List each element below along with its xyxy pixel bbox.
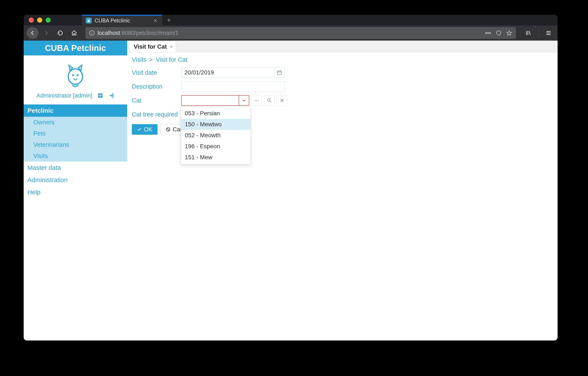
sidebar-item-help[interactable]: Help — [24, 186, 127, 198]
tab-title: CUBA Petclinic — [94, 18, 130, 24]
page-body: Visits > Visit for Cat Visit date Descri… — [127, 53, 557, 137]
svg-line-28 — [167, 128, 169, 131]
workspace-tab-visit[interactable]: Visit for Cat × — [129, 41, 176, 52]
svg-rect-15 — [101, 96, 102, 98]
reader-shield-icon[interactable] — [496, 30, 502, 36]
svg-point-21 — [256, 100, 257, 101]
library-icon[interactable] — [522, 27, 535, 39]
svg-rect-16 — [277, 71, 282, 74]
svg-point-9 — [68, 69, 83, 84]
breadcrumb-root[interactable]: Visits — [132, 56, 146, 63]
sidebar-menu: Petclinic Owners Pets Veterinarians Visi… — [24, 104, 127, 198]
sidebar-item-visits[interactable]: Visits — [24, 150, 127, 162]
window-controls — [27, 18, 54, 23]
svg-point-11 — [77, 74, 79, 76]
svg-point-10 — [72, 74, 74, 76]
bookmark-star-icon[interactable] — [506, 30, 512, 36]
visit-date-input[interactable] — [181, 67, 274, 78]
breadcrumb: Visits > Visit for Cat — [132, 55, 553, 67]
mascot-icon — [62, 60, 89, 88]
forward-button[interactable] — [40, 27, 52, 39]
logout-icon[interactable] — [108, 93, 114, 99]
workspace-tab-close-icon[interactable]: × — [170, 44, 173, 50]
svg-point-22 — [258, 100, 259, 101]
workspace-tab-label: Visit for Cat — [134, 43, 167, 50]
app-viewport: CUBA Petclinic Administrator [admin] — [24, 41, 557, 341]
cat-dropdown: 053 - Persian 150 - Mewtwo 052 - Meowth … — [181, 106, 251, 164]
label-description: Description — [132, 83, 181, 90]
svg-rect-12 — [98, 93, 100, 95]
sidebar: CUBA Petclinic Administrator [admin] — [24, 41, 127, 341]
window-maximize-button[interactable] — [46, 18, 51, 23]
check-icon — [137, 127, 142, 132]
breadcrumb-current: Visit for Cat — [156, 56, 187, 63]
sidebar-item-veterinarians[interactable]: Veterinarians — [24, 139, 127, 150]
dropdown-option[interactable]: 052 - Meowth — [181, 130, 250, 141]
sidebar-item-owners[interactable]: Owners — [24, 117, 127, 128]
svg-rect-13 — [101, 93, 102, 95]
new-tab-button[interactable]: + — [162, 16, 176, 24]
breadcrumb-sep: > — [148, 56, 154, 63]
workspace-tabs: Visit for Cat × — [127, 41, 557, 53]
row-visit-date: Visit date — [132, 67, 553, 78]
user-name[interactable]: Administrator [admin] — [37, 92, 93, 99]
tab-close-icon[interactable]: × — [152, 17, 158, 24]
row-description: Description — [132, 81, 553, 92]
hamburger-menu-icon[interactable] — [542, 27, 555, 39]
cat-input[interactable] — [181, 95, 239, 106]
dropdown-option[interactable]: 150 - Mewtwo — [181, 119, 250, 130]
description-input[interactable] — [181, 81, 285, 92]
svg-line-24 — [270, 101, 271, 102]
cat-combobox — [181, 95, 249, 106]
window-close-button[interactable] — [29, 18, 34, 23]
calendar-icon[interactable] — [274, 67, 285, 78]
browser-tab[interactable]: CUBA Petclinic × — [82, 15, 162, 25]
back-button[interactable] — [27, 27, 38, 39]
sidebar-item-master-data[interactable]: Master data — [24, 162, 127, 174]
clear-icon[interactable] — [277, 95, 287, 106]
dropdown-option[interactable]: 053 - Persian — [181, 108, 250, 119]
row-cat: Cat — [132, 95, 553, 106]
app-brand: CUBA Petclinic — [24, 41, 127, 55]
label-cat: Cat — [132, 97, 181, 104]
label-visit-date: Visit date — [132, 69, 181, 76]
url-text: localhost:8080/petclinic/#main/1 — [98, 30, 178, 36]
home-button[interactable] — [68, 27, 80, 39]
browser-window: CUBA Petclinic × + localhost:8080/petcli… — [24, 15, 557, 341]
ok-button-label: OK — [144, 126, 152, 133]
main-area: Visit for Cat × Visits > Visit for Cat V… — [127, 41, 557, 341]
window-minimize-button[interactable] — [37, 18, 42, 23]
svg-line-5 — [529, 31, 530, 35]
svg-point-20 — [255, 100, 256, 101]
sidebar-item-petclinic[interactable]: Petclinic — [24, 104, 127, 117]
ok-button[interactable]: OK — [132, 124, 158, 135]
site-info-icon[interactable] — [89, 30, 94, 36]
page-actions-icon[interactable]: ••• — [485, 30, 491, 36]
search-icon[interactable] — [264, 95, 274, 106]
sidebar-item-administration[interactable]: Administration — [24, 174, 127, 186]
ellipsis-icon[interactable] — [251, 95, 262, 106]
dropdown-option[interactable]: 151 - Mew — [181, 152, 250, 163]
logo-area — [24, 55, 127, 91]
browser-tabstrip: CUBA Petclinic × + — [24, 15, 557, 25]
svg-point-23 — [268, 99, 270, 101]
tab-favicon — [86, 18, 92, 23]
cancel-icon — [166, 127, 170, 132]
sidebar-item-pets[interactable]: Pets — [24, 128, 127, 139]
dashboard-icon[interactable] — [97, 93, 103, 99]
chevron-down-icon[interactable] — [239, 95, 249, 106]
dropdown-option[interactable]: 196 - Espeon — [181, 141, 250, 152]
user-bar: Administrator [admin] — [24, 91, 127, 104]
svg-rect-14 — [98, 96, 100, 98]
label-cat-tree-required: Cat tree required — [132, 111, 178, 118]
reload-button[interactable] — [54, 27, 66, 39]
browser-toolbar: localhost:8080/petclinic/#main/1 ••• — [24, 25, 557, 41]
address-bar[interactable]: localhost:8080/petclinic/#main/1 ••• — [85, 27, 516, 39]
